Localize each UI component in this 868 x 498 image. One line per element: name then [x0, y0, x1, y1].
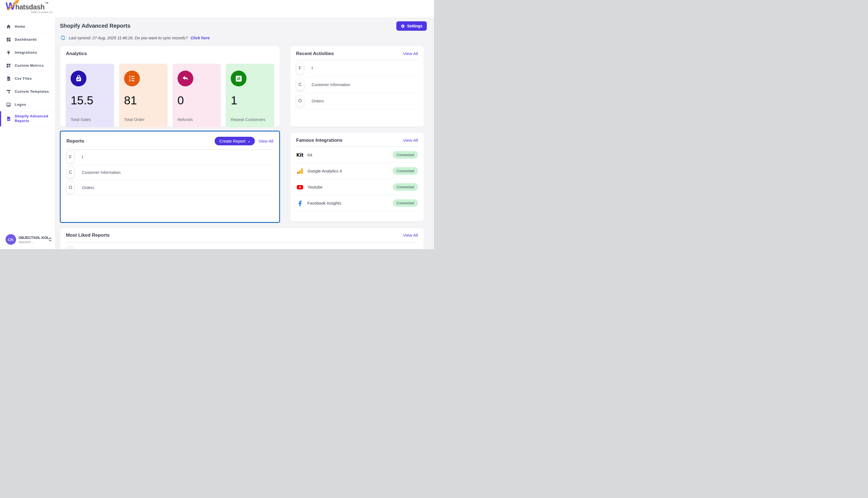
- dashboards-icon: [6, 37, 11, 42]
- activity-letter-badge: C: [296, 79, 304, 91]
- ordered-list-icon: 12: [124, 70, 140, 87]
- chevron-updown-icon[interactable]: [48, 237, 52, 242]
- sidebar-item[interactable]: Custom Metrics: [0, 59, 55, 72]
- analytics-panel: Analytics 15.5 Total Sales 12 81 Total O…: [60, 46, 280, 127]
- status-badge: Connected: [393, 199, 418, 207]
- divider: [66, 242, 418, 243]
- integration-name: Facebook Insights: [308, 201, 341, 206]
- sync-click-here-link[interactable]: Click here: [191, 36, 210, 40]
- integration-row[interactable]: Facebook Insights Connected: [296, 195, 418, 211]
- top-bar: W hatsdash TM Build 2.0 Version 2.0: [0, 0, 434, 17]
- report-letter-badge: C: [66, 167, 75, 178]
- stat-label: Repeat Customers: [231, 117, 265, 122]
- activity-row[interactable]: F f: [296, 60, 418, 77]
- settings-button-label: Settings: [407, 24, 423, 28]
- activity-label: Customer Information: [312, 82, 350, 87]
- report-row[interactable]: F f: [66, 150, 273, 165]
- activity-row[interactable]: C Customer Information: [296, 77, 418, 93]
- integration-name: Youtube: [308, 185, 323, 189]
- sidebar-item[interactable]: Dashboards: [0, 33, 55, 46]
- activity-label: Orders: [312, 99, 324, 103]
- create-report-button[interactable]: Create Report ▼: [215, 137, 255, 145]
- svg-text:2: 2: [129, 79, 131, 82]
- user-subtitle: objectsol....: [18, 240, 46, 244]
- integration-row[interactable]: Google Analytics 4 Connected: [296, 163, 418, 179]
- recent-activities-view-all-link[interactable]: View All: [403, 51, 418, 56]
- activity-row[interactable]: O Orders: [296, 93, 418, 109]
- analytics-heading: Analytics: [66, 51, 87, 56]
- user-account-button[interactable]: OK OBJECTSOL KOL objectsol....: [0, 232, 55, 247]
- report-letter-badge: F: [66, 152, 75, 163]
- status-badge: Connected: [393, 183, 418, 191]
- sidebar-item[interactable]: Integrations: [0, 46, 55, 59]
- reports-view-all-link[interactable]: View All: [258, 139, 273, 144]
- sidebar-item-label: Csv Files: [15, 76, 32, 81]
- whatsdash-logo: W hatsdash TM Build 2.0 Version 2.0: [5, 2, 53, 14]
- avatar: OK: [5, 234, 16, 245]
- reports-list: F f C Customer Information O Orders: [66, 150, 273, 195]
- list-item-badge-cutoff: [66, 246, 74, 249]
- sidebar-item[interactable]: Home: [0, 20, 55, 33]
- logos-icon: [6, 102, 11, 107]
- stat-value: 81: [124, 95, 137, 106]
- sidebar-item-label: Logos: [15, 102, 26, 107]
- custom-metrics-icon: [6, 63, 11, 68]
- sync-status-text: Last synced: 27 Aug, 2025 11:46:26. Do y…: [69, 36, 188, 40]
- stat-value: 0: [178, 95, 184, 106]
- integration-row[interactable]: Kit Kit Connected: [296, 147, 418, 163]
- caret-down-icon: ▼: [248, 139, 250, 143]
- famous-integrations-view-all-link[interactable]: View All: [403, 138, 418, 143]
- sidebar-item-label: Dashboards: [15, 37, 37, 42]
- activity-label: f: [312, 66, 313, 70]
- report-row[interactable]: O Orders: [66, 180, 273, 195]
- sync-status-row: Last synced: 27 Aug, 2025 11:46:26. Do y…: [60, 35, 210, 41]
- facebook-icon: [296, 199, 303, 207]
- sidebar-menu: Home Dashboards Integrations Custom Metr…: [0, 17, 55, 127]
- sidebar-item[interactable]: Logos: [0, 98, 55, 111]
- reports-heading: Reports: [66, 139, 84, 144]
- sidebar-item[interactable]: CSV Csv Files: [0, 72, 55, 85]
- stat-label: Total Sales: [70, 117, 91, 122]
- stat-card: 12 81 Total Order: [119, 64, 168, 127]
- sidebar-item[interactable]: Custom Templates: [0, 85, 55, 98]
- logo-trademark: TM: [45, 2, 49, 4]
- reports-panel: Reports Create Report ▼ View All F f C C…: [60, 131, 280, 223]
- sidebar-item-label: Integrations: [15, 50, 37, 55]
- sidebar-item-label: Shopify Advanced Reports: [15, 114, 52, 123]
- user-name: OBJECTSOL KOL: [18, 236, 46, 240]
- sidebar-item[interactable]: Shopify Advanced Reports: [0, 111, 55, 127]
- famous-integrations-heading: Famous Integrations: [296, 137, 342, 143]
- sidebar-item-label: Custom Metrics: [15, 63, 44, 68]
- status-badge: Connected: [393, 151, 418, 159]
- stat-value: 15.5: [70, 95, 93, 106]
- app-page: W hatsdash TM Build 2.0 Version 2.0 Home…: [0, 0, 434, 249]
- integration-name: Kit: [308, 153, 312, 157]
- youtube-icon: [296, 183, 303, 191]
- most-liked-heading: Most Liked Reports: [66, 233, 110, 238]
- recent-activities-panel: Recent Activities View All F f C Custome…: [290, 46, 424, 127]
- integration-row[interactable]: Youtube Connected: [296, 179, 418, 195]
- report-letter-badge: O: [66, 182, 75, 194]
- most-liked-reports-panel: Most Liked Reports View All: [60, 228, 424, 249]
- activity-letter-badge: O: [296, 95, 304, 107]
- settings-button[interactable]: Settings: [396, 21, 427, 31]
- stat-label: Refunds: [178, 117, 193, 122]
- most-liked-view-all-link[interactable]: View All: [403, 233, 418, 238]
- refresh-icon: [60, 35, 66, 41]
- bag-check-icon: [70, 70, 87, 87]
- stat-card: 15.5 Total Sales: [66, 64, 114, 127]
- custom-templates-icon: [6, 89, 11, 94]
- recent-activities-list: F f C Customer Information O Orders: [296, 60, 418, 109]
- logo-w-letter: W: [5, 2, 15, 11]
- sidebar-item-label: Custom Templates: [15, 89, 49, 94]
- stat-card: 1 Repeat Customers: [226, 64, 274, 127]
- integration-name: Google Analytics 4: [308, 169, 342, 173]
- recent-activities-heading: Recent Activities: [296, 51, 334, 56]
- sidebar-item-label: Home: [15, 24, 25, 29]
- activity-letter-badge: F: [296, 63, 304, 74]
- kit-icon: Kit: [296, 151, 303, 159]
- svg-text:CSV: CSV: [7, 79, 10, 80]
- report-row[interactable]: C Customer Information: [66, 165, 273, 180]
- stat-label: Total Order: [124, 117, 145, 122]
- famous-integrations-panel: Famous Integrations View All Kit Kit Con…: [290, 132, 424, 221]
